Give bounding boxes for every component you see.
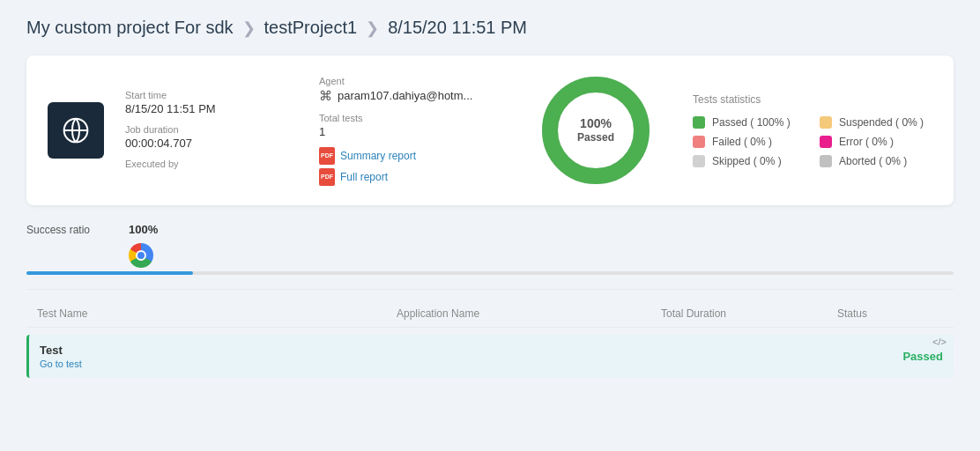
col-duration: Total Duration — [661, 307, 837, 320]
test-name: Test — [40, 344, 397, 357]
pdf-icon-summary: PDF — [319, 147, 335, 165]
full-report-label: Full report — [340, 171, 388, 183]
card-agent: Agent ⌘ param107.dahiya@hotm... Total te… — [319, 76, 504, 186]
test-cell: Test Go to test — [40, 344, 397, 369]
donut-status: Passed — [577, 131, 614, 145]
stat-item: Suspended ( 0% ) — [820, 116, 932, 129]
table-header: Test Name Application Name Total Duratio… — [26, 300, 954, 328]
breadcrumb: My custom project For sdk ❯ testProject1… — [26, 18, 954, 38]
summary-report-link[interactable]: PDF Summary report — [319, 147, 504, 165]
stat-dot — [820, 136, 832, 148]
progress-bar — [26, 271, 954, 275]
stat-label: Passed ( 100% ) — [712, 116, 791, 129]
chrome-icon — [129, 243, 153, 268]
job-duration-label: Job duration — [125, 124, 301, 135]
main-card: Start time 8/15/20 11:51 PM Job duration… — [26, 55, 954, 205]
job-duration-value: 00:00:04.707 — [125, 137, 301, 150]
stat-label: Skipped ( 0% ) — [712, 155, 782, 167]
divider — [26, 289, 954, 290]
chrome-inner — [136, 250, 146, 261]
row-top-bar: </> — [925, 335, 954, 349]
card-meta: Start time 8/15/20 11:51 PM Job duration… — [125, 90, 301, 171]
stat-label: Aborted ( 0% ) — [839, 155, 907, 167]
donut-label: 100% Passed — [577, 115, 614, 145]
donut-percentage: 100% — [577, 115, 614, 131]
summary-report-label: Summary report — [340, 150, 416, 162]
breadcrumb-project[interactable]: My custom project For sdk — [26, 18, 234, 38]
col-test-name: Test Name — [37, 307, 397, 320]
stat-label: Failed ( 0% ) — [712, 136, 772, 148]
code-icon: </> — [932, 336, 947, 347]
success-row: Success ratio 100% — [26, 223, 954, 236]
agent-value: ⌘ param107.dahiya@hotm... — [319, 88, 504, 104]
breadcrumb-sep-1: ❯ — [242, 18, 256, 38]
stat-dot — [820, 155, 832, 167]
stat-label: Suspended ( 0% ) — [839, 116, 924, 129]
success-label: Success ratio — [26, 224, 115, 236]
breadcrumb-suite[interactable]: testProject1 — [264, 18, 358, 38]
total-tests-label: Total tests — [319, 113, 504, 123]
col-app-name: Application Name — [397, 307, 661, 320]
start-time-label: Start time — [125, 90, 301, 100]
status-cell: Passed — [837, 350, 943, 363]
breadcrumb-sep-2: ❯ — [366, 18, 379, 38]
progress-bar-row — [26, 271, 954, 275]
stat-dot — [693, 136, 705, 148]
report-links: PDF Summary report PDF Full report — [319, 147, 504, 186]
col-status: Status — [837, 307, 943, 320]
progress-fill — [26, 271, 193, 275]
agent-email: param107.dahiya@hotm... — [338, 89, 472, 102]
stat-item: Error ( 0% ) — [820, 136, 932, 148]
stats-title: Tests statistics — [693, 93, 932, 106]
go-to-test-link[interactable]: Go to test — [40, 359, 397, 369]
stats-grid: Passed ( 100% )Suspended ( 0% )Failed ( … — [693, 116, 932, 167]
stat-item: Failed ( 0% ) — [693, 136, 806, 148]
agent-label: Agent — [319, 76, 504, 86]
donut-area: 100% Passed — [525, 73, 666, 188]
stats-area: Tests statistics Passed ( 100% )Suspende… — [693, 93, 932, 167]
stat-dot — [693, 116, 705, 129]
breadcrumb-run: 8/15/20 11:51 PM — [388, 18, 527, 38]
table-row-container: </> Test Go to test Passed — [26, 335, 954, 378]
success-percentage: 100% — [129, 223, 158, 236]
stat-dot — [820, 116, 832, 129]
full-report-link[interactable]: PDF Full report — [319, 168, 504, 186]
success-section: Success ratio 100% — [26, 223, 954, 275]
executed-by-label: Executed by — [125, 159, 301, 169]
stat-item: Skipped ( 0% ) — [693, 155, 806, 167]
total-tests-value: 1 — [319, 125, 504, 138]
stat-dot — [693, 155, 705, 167]
table-row: </> Test Go to test Passed — [26, 335, 954, 378]
pdf-icon-full: PDF — [319, 168, 335, 186]
donut-chart: 100% Passed — [538, 73, 653, 188]
agent-icon: ⌘ — [319, 88, 332, 104]
stat-item: Passed ( 100% ) — [693, 116, 806, 129]
page: My custom project For sdk ❯ testProject1… — [0, 0, 980, 396]
card-icon — [48, 102, 104, 159]
browser-icon-row — [26, 243, 954, 268]
stat-label: Error ( 0% ) — [839, 136, 894, 148]
start-time-value: 8/15/20 11:51 PM — [125, 102, 301, 115]
stat-item: Aborted ( 0% ) — [820, 155, 932, 167]
